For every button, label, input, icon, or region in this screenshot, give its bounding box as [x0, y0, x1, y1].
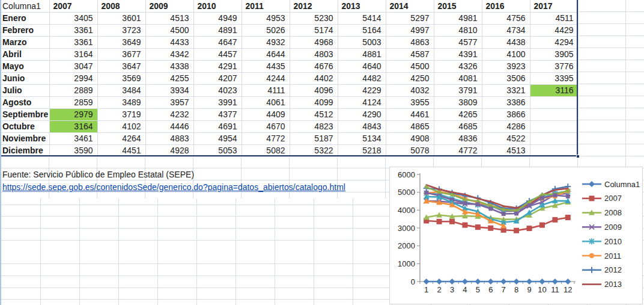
table-cell[interactable]: 4435	[242, 60, 290, 72]
month-cell[interactable]: Junio	[0, 72, 49, 84]
source-hyperlink[interactable]: https://sede.sepe.gob.es/contenidosSede/…	[2, 181, 345, 193]
table-cell[interactable]: 4891	[193, 24, 242, 36]
table-cell[interactable]: 3955	[386, 96, 434, 108]
table-cell[interactable]: 4433	[145, 36, 193, 48]
table-cell[interactable]: 4734	[482, 24, 530, 36]
month-cell[interactable]: Agosto	[0, 96, 49, 108]
table-cell[interactable]: 4997	[386, 24, 434, 36]
table-cell[interactable]: 4124	[338, 96, 386, 108]
table-cell[interactable]: 4338	[145, 60, 193, 72]
table-cell[interactable]: 4981	[434, 12, 482, 24]
table-cell[interactable]: 3386	[482, 96, 530, 108]
table-cell[interactable]: 4286	[482, 120, 530, 132]
table-cell[interactable]: 4096	[290, 84, 338, 96]
table-cell[interactable]: 4023	[193, 84, 242, 96]
table-cell[interactable]: 3484	[97, 84, 145, 96]
table-cell[interactable]: 4457	[193, 48, 242, 60]
table-cell[interactable]: 3461	[49, 132, 97, 144]
table-cell[interactable]: 2889	[49, 84, 97, 96]
month-cell[interactable]: Abril	[0, 48, 49, 60]
table-cell[interactable]: 4836	[434, 132, 482, 144]
month-cell[interactable]: Octubre	[0, 120, 49, 132]
table-cell[interactable]: 3116	[530, 84, 578, 96]
table-cell[interactable]: 4032	[386, 84, 434, 96]
table-cell[interactable]: 4928	[145, 144, 193, 156]
table-cell[interactable]: 4438	[482, 36, 530, 48]
table-cell[interactable]: 4511	[530, 12, 578, 24]
table-cell[interactable]: 4081	[434, 72, 482, 84]
table-header-year[interactable]: 2015	[434, 0, 482, 12]
table-cell[interactable]: 4587	[386, 48, 434, 60]
table-cell[interactable]: 3723	[97, 24, 145, 36]
table-cell[interactable]: 4446	[145, 120, 193, 132]
table-cell[interactable]: 4409	[242, 108, 290, 120]
legend-entry-2009[interactable]: 2009	[582, 223, 622, 232]
table-cell[interactable]	[530, 96, 578, 108]
table-header-year[interactable]: 2009	[145, 0, 193, 12]
table-cell[interactable]: 3569	[97, 72, 145, 84]
selection-fill-handle[interactable]	[576, 155, 580, 158]
table-cell[interactable]: 5078	[386, 144, 434, 156]
table-cell[interactable]: 3506	[482, 72, 530, 84]
table-header-year[interactable]: 2017	[530, 0, 578, 12]
table-cell[interactable]: 3991	[193, 96, 242, 108]
month-cell[interactable]: Febrero	[0, 24, 49, 36]
table-cell[interactable]: 3489	[97, 96, 145, 108]
month-cell[interactable]: Mayo	[0, 60, 49, 72]
table-cell[interactable]: 4756	[482, 12, 530, 24]
table-cell[interactable]: 4482	[338, 72, 386, 84]
legend-entry-2007[interactable]: 2007	[582, 194, 622, 203]
table-cell[interactable]: 4291	[193, 60, 242, 72]
table-cell[interactable]: 4908	[386, 132, 434, 144]
table-cell[interactable]: 4881	[338, 48, 386, 60]
table-cell[interactable]: 4883	[145, 132, 193, 144]
table-cell[interactable]: 5187	[290, 132, 338, 144]
table-cell[interactable]: 2859	[49, 96, 97, 108]
table-cell[interactable]: 3957	[145, 96, 193, 108]
table-cell[interactable]: 3321	[482, 84, 530, 96]
table-cell[interactable]: 5414	[338, 12, 386, 24]
table-cell[interactable]: 4100	[482, 48, 530, 60]
table-header-year[interactable]: 2016	[482, 0, 530, 12]
table-cell[interactable]: 3649	[97, 36, 145, 48]
table-cell[interactable]: 3719	[97, 108, 145, 120]
table-cell[interactable]: 2979	[49, 108, 97, 120]
table-cell[interactable]: 5053	[193, 144, 242, 156]
table-cell[interactable]: 5218	[338, 144, 386, 156]
table-header-first[interactable]: Columna1	[0, 0, 49, 12]
table-cell[interactable]: 5164	[338, 24, 386, 36]
table-cell[interactable]: 3905	[530, 48, 578, 60]
table-cell[interactable]: 3934	[145, 84, 193, 96]
table-cell[interactable]	[530, 120, 578, 132]
table-cell[interactable]: 5322	[290, 144, 338, 156]
table-cell[interactable]: 5297	[386, 12, 434, 24]
table-cell[interactable]: 3791	[434, 84, 482, 96]
table-cell[interactable]: 4255	[145, 72, 193, 84]
table-cell[interactable]: 4810	[434, 24, 482, 36]
table-cell[interactable]: 4265	[434, 108, 482, 120]
table-cell[interactable]: 4061	[242, 96, 290, 108]
table-cell[interactable]: 4250	[386, 72, 434, 84]
table-cell[interactable]: 3395	[530, 72, 578, 84]
legend-entry-2011[interactable]: 2011	[582, 251, 621, 260]
table-cell[interactable]: 4803	[290, 48, 338, 60]
table-cell[interactable]: 3809	[434, 96, 482, 108]
table-cell[interactable]: 3590	[49, 144, 97, 156]
table-cell[interactable]: 4429	[530, 24, 578, 36]
table-cell[interactable]: 4111	[242, 84, 290, 96]
month-cell[interactable]: Julio	[0, 84, 49, 96]
table-cell[interactable]: 5134	[338, 132, 386, 144]
legend-entry-2012[interactable]: 2012	[582, 265, 622, 274]
table-header-year[interactable]: 2013	[338, 0, 386, 12]
table-header-year[interactable]: 2007	[49, 0, 97, 12]
table-cell[interactable]: 3361	[49, 36, 97, 48]
table-cell[interactable]: 4843	[338, 120, 386, 132]
table-cell[interactable]	[530, 108, 578, 120]
table-cell[interactable]: 4402	[290, 72, 338, 84]
table-cell[interactable]: 4102	[97, 120, 145, 132]
table-cell[interactable]: 4290	[338, 108, 386, 120]
legend-entry-2010[interactable]: 2010	[582, 237, 622, 246]
table-cell[interactable]: 3601	[97, 12, 145, 24]
table-cell[interactable]: 4451	[97, 144, 145, 156]
table-cell[interactable]: 4670	[242, 120, 290, 132]
